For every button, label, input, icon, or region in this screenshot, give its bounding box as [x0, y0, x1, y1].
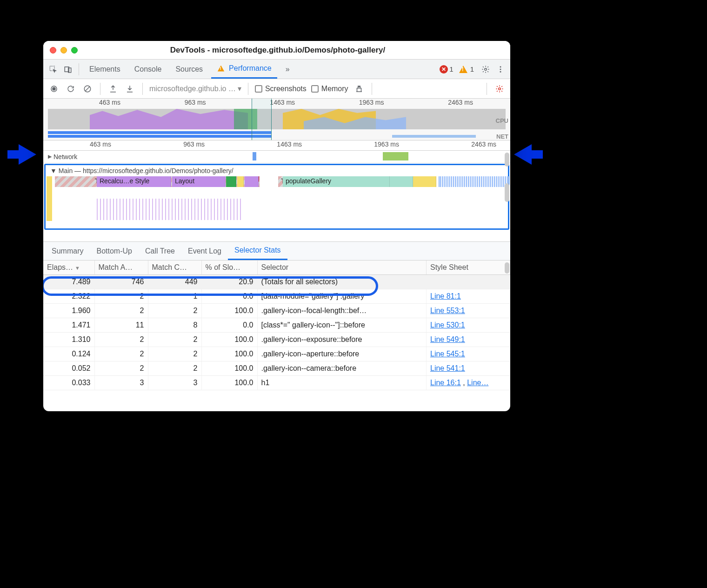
network-track-header[interactable]: ▶ Network	[43, 151, 510, 163]
settings-icon[interactable]	[480, 63, 492, 75]
close-window-button[interactable]	[50, 47, 56, 53]
stylesheet-link[interactable]: Line 530:1	[430, 321, 465, 329]
timeline-overview[interactable]: 463 ms 963 ms 1463 ms 1963 ms 2463 ms CP…	[43, 99, 510, 140]
col-stylesheet[interactable]: Style Sheet	[427, 261, 510, 275]
table-row[interactable]: 0.03333100.0h1Line 16:1 , Line…	[43, 376, 510, 390]
stylesheet-link[interactable]: Line 545:1	[430, 350, 465, 358]
tab-console[interactable]: Console	[129, 60, 167, 79]
tick: 1963 ms	[374, 140, 399, 150]
context-label: microsoftedge.github.io …	[149, 85, 236, 93]
cell: 100.0	[201, 361, 257, 376]
stylesheet-link[interactable]: Line 81:1	[430, 292, 461, 300]
subtab-label: Event Log	[188, 247, 221, 255]
layout-bar[interactable]: Layout	[172, 176, 226, 187]
performance-toolbar: microsoftedge.github.io … ▾ Screenshots …	[43, 79, 510, 99]
flamechart[interactable]: ▶ Network ▼ Main — https://microsoftedge…	[43, 151, 510, 242]
paint-bar[interactable]	[226, 176, 236, 187]
memory-checkbox[interactable]: Memory	[311, 85, 348, 93]
subtab-bottom-up[interactable]: Bottom-Up	[90, 242, 138, 260]
stylesheet-link[interactable]: Line 541:1	[430, 364, 465, 372]
inspect-element-icon[interactable]	[47, 63, 59, 75]
bar[interactable]	[245, 176, 259, 187]
context-selector[interactable]: microsoftedge.github.io … ▾	[149, 84, 241, 93]
stylesheet-link[interactable]: Line 553:1	[430, 307, 465, 314]
reload-record-button[interactable]	[65, 83, 77, 95]
subtab-call-tree[interactable]: Call Tree	[139, 242, 181, 260]
main-thread-section: ▼ Main — https://microsoftedge.github.io…	[44, 164, 509, 230]
cell: 2	[148, 333, 201, 347]
tab-more[interactable]: »	[280, 60, 295, 79]
selector-stats-table[interactable]: Elaps…▼ Match A… Match C… % of Slo… Sele…	[43, 261, 510, 411]
col-match-c[interactable]: Match C…	[148, 261, 201, 275]
flame-bars[interactable]: Task Task Recalcu…e Style Layout Run Mic…	[55, 176, 508, 227]
stylesheet-link[interactable]: Line 549:1	[430, 335, 465, 343]
bar-stripes[interactable]	[440, 176, 509, 187]
warning-count: 1	[470, 65, 474, 73]
populate-gallery-bar[interactable]: populateGallery	[283, 176, 390, 187]
capture-settings-icon[interactable]	[494, 83, 506, 95]
table-row[interactable]: 1.31022100.0.gallery-icon--exposure::bef…	[43, 333, 510, 347]
subtab-label: Selector Stats	[234, 246, 281, 254]
net-bar	[48, 135, 271, 138]
cell: 2	[94, 361, 148, 376]
tab-sources[interactable]: Sources	[170, 60, 208, 79]
bar-label: Recalcu…e Style	[100, 177, 149, 185]
table-row[interactable]: 0.05222100.0.gallery-icon--camera::befor…	[43, 361, 510, 376]
device-toggle-icon[interactable]	[62, 63, 74, 75]
minimize-window-button[interactable]	[60, 47, 67, 53]
warning-icon	[459, 66, 467, 73]
main-thread-header[interactable]: ▼ Main — https://microsoftedge.github.io…	[46, 165, 508, 176]
more-menu-icon[interactable]	[494, 63, 507, 75]
col-pct-slow[interactable]: % of Slo…	[201, 261, 257, 275]
garbage-collect-icon[interactable]	[353, 83, 365, 95]
overview-ticks: 463 ms 963 ms 1463 ms 1963 ms 2463 ms	[48, 99, 506, 108]
subtab-selector-stats[interactable]: Selector Stats	[228, 242, 287, 260]
tab-performance[interactable]: Performance	[211, 60, 277, 79]
net-mark	[253, 152, 262, 160]
subtab-summary[interactable]: Summary	[45, 242, 90, 260]
script-bar[interactable]	[237, 176, 244, 187]
stylesheet-link[interactable]: Line…	[467, 379, 488, 387]
cell: 7.489	[43, 275, 94, 289]
col-match-a[interactable]: Match A…	[94, 261, 148, 275]
panel-tabstrip: Elements Console Sources Performance » ✕…	[43, 60, 510, 79]
divider	[100, 83, 100, 95]
header-label: Selector	[261, 263, 289, 271]
tick: 463 ms	[90, 140, 111, 150]
upload-profile-icon[interactable]	[107, 83, 119, 95]
col-selector[interactable]: Selector	[257, 261, 427, 275]
maximize-window-button[interactable]	[71, 47, 78, 53]
scrollbar-thumb[interactable]	[505, 153, 509, 167]
tick: 2463 ms	[471, 140, 496, 150]
overview-selection[interactable]	[252, 99, 272, 140]
tab-elements[interactable]: Elements	[84, 60, 126, 79]
col-elapsed[interactable]: Elaps…▼	[43, 261, 94, 275]
error-counter[interactable]: ✕ 1	[440, 65, 453, 74]
table-row[interactable]: 1.4711180.0[class*=" gallery-icon--"]::b…	[43, 318, 510, 333]
scrollbar-thumb[interactable]	[505, 183, 509, 202]
cell: .gallery-icon--exposure::before	[257, 333, 427, 347]
cell: Line 553:1	[427, 304, 510, 318]
download-profile-icon[interactable]	[124, 83, 136, 95]
cell: 2.322	[43, 289, 94, 304]
table-row[interactable]: 0.12422100.0.gallery-icon--aperture::bef…	[43, 347, 510, 361]
svg-point-4	[500, 66, 501, 67]
record-button[interactable]	[48, 83, 60, 95]
divider	[142, 83, 143, 95]
cell: 3	[148, 376, 201, 390]
warning-counter[interactable]: 1	[459, 65, 474, 73]
screenshots-checkbox[interactable]: Screenshots	[255, 85, 307, 93]
net-bar	[48, 131, 271, 134]
clear-button[interactable]	[81, 83, 93, 95]
header-label: Elaps…	[47, 263, 73, 271]
table-row[interactable]: 7.48974644920.9(Totals for all selectors…	[43, 275, 510, 289]
recalc-style-bar[interactable]: Recalcu…e Style	[97, 176, 171, 187]
stylesheet-link[interactable]: Line 16:1	[430, 379, 461, 387]
net-bar	[392, 135, 476, 138]
table-row[interactable]: 2.322210.0[data-module="gallery"] .galle…	[43, 289, 510, 304]
cell: 3	[94, 376, 148, 390]
scrollbar-thumb[interactable]	[505, 262, 509, 274]
table-row[interactable]: 1.96022100.0.gallery-icon--focal-length:…	[43, 304, 510, 318]
table-header-row: Elaps…▼ Match A… Match C… % of Slo… Sele…	[43, 261, 510, 275]
subtab-event-log[interactable]: Event Log	[181, 242, 228, 260]
